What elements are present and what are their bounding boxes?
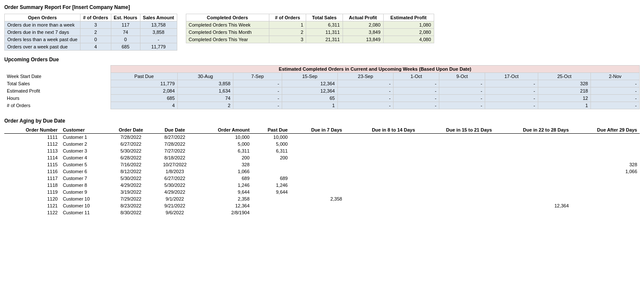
upcoming-row: Week Start DatePast Due30-Aug7-Sep15-Sep…: [4, 73, 640, 80]
aging-row: 1116Customer 68/12/20221/8/20231,0661,06…: [4, 168, 640, 175]
upcoming-data-cell: -: [337, 87, 393, 95]
open-orders-hours: 74: [111, 29, 140, 36]
aging-cell: 9,644: [252, 189, 290, 195]
aging-cell: [290, 154, 345, 161]
aging-cell: 9,644: [197, 189, 252, 195]
open-orders-row: Orders less than a week past due 0 0 -: [5, 36, 177, 43]
aging-cell: 5/30/2022: [109, 147, 153, 154]
aging-row: 1121Customer 108/23/20229/21/202212,3641…: [4, 202, 640, 209]
aging-cell: [290, 175, 345, 182]
aging-cell: 1114: [4, 154, 60, 161]
aging-cell: 7/16/2022: [109, 161, 153, 168]
aging-cell: [252, 161, 290, 168]
completed-label: Completed Orders This Month: [186, 29, 269, 36]
aging-cell: 7/27/2022: [153, 147, 197, 154]
aging-cell: 5,000: [197, 141, 252, 147]
aging-cell: [571, 209, 640, 216]
aging-cell: 689: [252, 175, 290, 182]
open-orders-label: Orders less than a week past due: [5, 36, 80, 43]
aging-cell: [571, 195, 640, 202]
aging-cell: 5/30/2022: [109, 175, 153, 182]
completed-orders-table: Completed Orders # of Orders Total Sales…: [186, 14, 434, 43]
aging-cell: Customer 7: [60, 175, 109, 182]
upcoming-data-cell: 2,084: [110, 87, 177, 95]
aging-cell: 1120: [4, 195, 60, 202]
aging-header-cell: Order Date: [109, 126, 153, 134]
upcoming-orders-table: Estimated Completed Orders in Current an…: [4, 65, 640, 109]
aging-cell: 1,066: [197, 168, 252, 175]
completed-label: Completed Orders This Week: [186, 21, 269, 29]
aging-cell: [417, 195, 495, 202]
upcoming-data-cell: -: [439, 80, 485, 87]
aging-cell: [345, 141, 417, 147]
upcoming-data-cell: -: [591, 102, 640, 109]
aging-cell: [252, 202, 290, 209]
completed-col-total-sales: Total Sales: [306, 14, 343, 21]
upcoming-week-header-cell: 7-Sep: [233, 73, 282, 80]
open-orders-count: 0: [80, 36, 111, 43]
aging-cell: [290, 147, 345, 154]
aging-cell: [345, 202, 417, 209]
aging-cell: 7/29/2022: [109, 195, 153, 202]
aging-cell: [290, 134, 345, 141]
open-orders-sales: 11,779: [140, 43, 177, 51]
upcoming-week-header-cell: 30-Aug: [178, 73, 233, 80]
open-orders-count: 2: [80, 29, 111, 36]
open-orders-hours: 117: [111, 21, 140, 29]
aging-cell: [290, 168, 345, 175]
aging-cell: 6/27/2022: [109, 141, 153, 147]
aging-cell: [345, 182, 417, 189]
upcoming-week-header-cell: 2-Nov: [591, 73, 640, 80]
upcoming-row: # of Orders42-1----1-: [4, 102, 640, 109]
aging-cell: 1116: [4, 168, 60, 175]
open-orders-col-sales: Sales Amount: [140, 14, 177, 21]
upcoming-data-cell: 12: [538, 95, 590, 102]
aging-cell: 7/28/2022: [109, 134, 153, 141]
open-orders-label: Orders due in more than a week: [5, 21, 80, 29]
upcoming-data-cell: -: [337, 80, 393, 87]
aging-cell: Customer 9: [60, 189, 109, 195]
upcoming-data-cell: -: [337, 102, 393, 109]
aging-cell: [495, 175, 572, 182]
aging-cell: [417, 202, 495, 209]
aging-header-cell: Due in 7 Days: [290, 126, 345, 134]
aging-cell: [345, 134, 417, 141]
aging-cell: Customer 6: [60, 168, 109, 175]
aging-cell: [495, 141, 572, 147]
aging-cell: [417, 168, 495, 175]
open-orders-count: 3: [80, 21, 111, 29]
completed-orders-row: Completed Orders This Week 1 6,311 2,080…: [186, 21, 434, 29]
completed-col-orders: # of Orders: [269, 14, 306, 21]
aging-cell: [252, 168, 290, 175]
aging-header-cell: Past Due: [252, 126, 290, 134]
aging-cell: [495, 161, 572, 168]
upcoming-data-cell: -: [439, 102, 485, 109]
aging-row: 1120Customer 107/29/20229/1/20222,3582,3…: [4, 195, 640, 202]
upcoming-week-header-cell: 25-Oct: [538, 73, 590, 80]
aging-cell: 1119: [4, 189, 60, 195]
aging-cell: Customer 11: [60, 209, 109, 216]
open-orders-hours: 0: [111, 36, 140, 43]
open-orders-col-orders: # of Orders: [80, 14, 111, 21]
aging-cell: 1112: [4, 141, 60, 147]
aging-cell: 12,364: [197, 202, 252, 209]
aging-cell: 1118: [4, 182, 60, 189]
upcoming-row-label: Hours: [4, 95, 110, 102]
upcoming-data-cell: -: [394, 95, 439, 102]
upcoming-data-cell: 685: [110, 95, 177, 102]
aging-cell: 2/8/1904: [197, 209, 252, 216]
aging-cell: 10,000: [252, 134, 290, 141]
upcoming-data-cell: -: [485, 80, 538, 87]
aging-cell: [290, 202, 345, 209]
upcoming-data-cell: -: [394, 87, 439, 95]
aging-cell: [252, 195, 290, 202]
aging-cell: 7/28/2022: [153, 141, 197, 147]
aging-header-cell: Due in 15 to 21 Days: [417, 126, 495, 134]
aging-row: 1111Customer 17/28/20228/27/202210,00010…: [4, 134, 640, 141]
aging-cell: [290, 182, 345, 189]
aging-cell: [345, 154, 417, 161]
open-orders-row: Orders due in more than a week 3 117 13,…: [5, 21, 177, 29]
aging-cell: 9/6/2022: [153, 209, 197, 216]
aging-cell: [417, 209, 495, 216]
aging-cell: Customer 10: [60, 202, 109, 209]
